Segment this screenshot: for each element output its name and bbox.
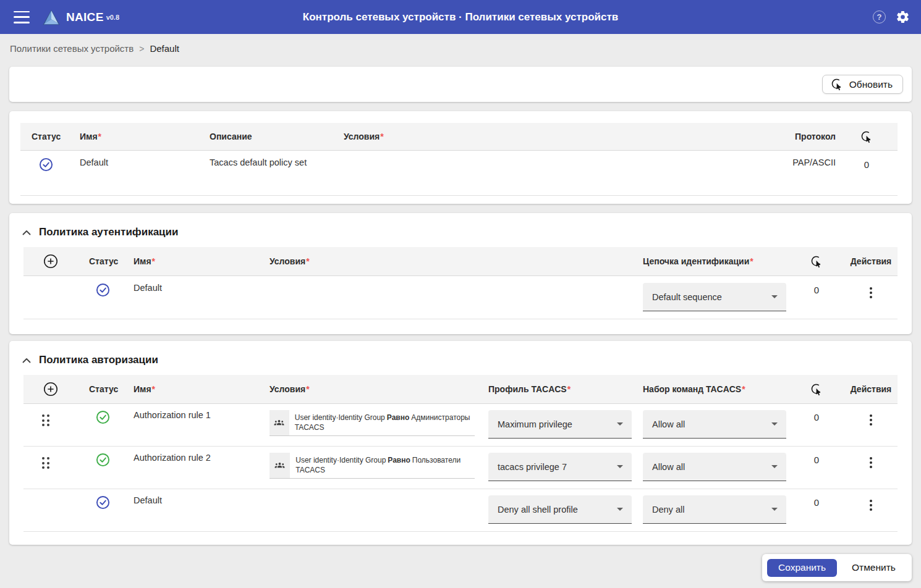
tacacs-command-set-select[interactable]: Allow all: [643, 410, 786, 439]
app-brand: NAICE v0.8: [42, 9, 119, 26]
required-asterisk: *: [380, 132, 383, 141]
status-check-icon: [96, 453, 110, 467]
column-status: Статус: [20, 123, 71, 150]
policy-set-table: Статус Имя* Описание Условия* Протокол D…: [20, 123, 898, 196]
condition-chip[interactable]: User identity·Identity GroupРавноАдминис…: [270, 410, 475, 436]
column-conditions: Условия*: [263, 247, 634, 275]
chevron-down-icon: [617, 422, 623, 426]
authorization-rule-name: Authorization rule 2: [127, 453, 263, 489]
identity-group-icon: [270, 410, 289, 435]
chevron-up-icon: [22, 230, 31, 235]
condition-chip[interactable]: User identity·Identity GroupРавноПользов…: [270, 453, 475, 479]
authentication-policy-card: Политика аутентификации Статус Имя* Усло…: [9, 213, 912, 334]
tacacs-profile-select[interactable]: Maximum privilege: [488, 410, 632, 439]
plus-circle-icon: [43, 382, 58, 397]
breadcrumb-parent-link[interactable]: Политики сетевых устройств: [10, 43, 134, 54]
add-authorization-rule-button[interactable]: [43, 382, 58, 397]
toolbar-card: Обновить: [9, 67, 912, 102]
row-actions-button[interactable]: [865, 411, 877, 429]
chevron-down-icon: [771, 465, 778, 468]
status-check-icon: [96, 283, 110, 297]
column-conditions: Условия*: [335, 123, 724, 150]
tacacs-profile-select[interactable]: tacacs privilege 7: [488, 453, 632, 481]
chevron-down-icon: [617, 465, 623, 468]
required-asterisk: *: [98, 132, 101, 141]
collapse-authentication-button[interactable]: [22, 230, 31, 235]
settings-button[interactable]: [896, 10, 910, 24]
rule-hits: 0: [789, 453, 844, 489]
rule-hits: 0: [789, 283, 844, 319]
breadcrumb-current: Default: [150, 43, 179, 54]
app-header: NAICE v0.8 Контроль сетевых устройств · …: [0, 0, 921, 34]
column-name: Имя*: [127, 247, 263, 275]
help-button[interactable]: ?: [873, 10, 886, 23]
authorization-rule-name: Authorization rule 1: [127, 410, 263, 446]
hits-column-icon: [810, 383, 823, 396]
drag-handle[interactable]: [40, 455, 52, 471]
chevron-down-icon: [771, 508, 778, 511]
brand-version: v0.8: [106, 14, 119, 21]
authentication-section-title: Политика аутентификации: [39, 226, 178, 238]
authorization-table-header: Статус Имя* Условия* Профиль TACACS* Наб…: [23, 375, 898, 404]
authentication-table-header: Статус Имя* Условия* Цепочка идентификац…: [23, 247, 898, 276]
page-title: Контроль сетевых устройств · Политики се…: [0, 11, 921, 23]
column-conditions: Условия*: [263, 375, 480, 403]
tacacs-command-set-select[interactable]: Deny all: [643, 495, 786, 524]
refresh-button[interactable]: Обновить: [822, 75, 903, 94]
tacacs-command-set-select[interactable]: Allow all: [643, 453, 786, 481]
policy-set-description: Tacacs default policy set: [201, 158, 335, 195]
row-actions-button[interactable]: [865, 497, 877, 514]
authentication-row: Default Default sequence 0: [23, 276, 898, 319]
brand-name: NAICE: [66, 10, 104, 24]
app-logo-icon: [42, 9, 61, 26]
breadcrumb-separator: >: [139, 44, 144, 54]
column-protocol: Протокол: [724, 123, 836, 150]
row-actions-button[interactable]: [865, 454, 877, 471]
save-button[interactable]: Сохранить: [767, 559, 837, 577]
authorization-row-default: Default Deny all shell profile Deny all …: [23, 489, 898, 532]
condition-text: User identity·Identity GroupРавноАдминис…: [289, 410, 475, 435]
refresh-button-label: Обновить: [849, 79, 893, 90]
hits-column-icon: [810, 255, 823, 268]
authentication-rule-name: Default: [127, 283, 263, 319]
authorization-table: Статус Имя* Условия* Профиль TACACS* Наб…: [23, 375, 898, 532]
identity-chain-value: Default sequence: [652, 292, 722, 302]
authentication-table: Статус Имя* Условия* Цепочка идентификац…: [23, 247, 898, 319]
column-tacacs-profile: Профиль TACACS*: [480, 375, 634, 403]
identity-chain-select[interactable]: Default sequence: [643, 283, 786, 311]
status-check-icon: [96, 410, 110, 424]
chevron-down-icon: [771, 295, 778, 298]
cancel-button[interactable]: Отменить: [841, 562, 906, 573]
tacacs-profile-select[interactable]: Deny all shell profile: [488, 495, 632, 524]
condition-text: User identity·Identity GroupРавноПользов…: [290, 453, 475, 478]
rule-hits: 0: [789, 410, 844, 446]
policy-set-table-header: Статус Имя* Описание Условия* Протокол: [20, 123, 898, 151]
rule-hits: 0: [789, 495, 844, 531]
breadcrumb: Политики сетевых устройств > Default: [10, 43, 179, 54]
row-actions-button[interactable]: [865, 284, 877, 301]
authorization-row: Authorization rule 1 User identity·Ident…: [23, 404, 898, 447]
column-status: Статус: [78, 375, 127, 403]
column-hits: [789, 375, 844, 403]
add-authentication-rule-button[interactable]: [43, 254, 58, 269]
policy-set-row: Default Tacacs default policy set PAP/AS…: [20, 151, 898, 196]
column-hits: [789, 247, 844, 275]
drag-handle[interactable]: [40, 412, 52, 429]
column-actions: Действия: [844, 247, 898, 275]
collapse-authorization-button[interactable]: [22, 358, 31, 363]
refresh-hits-icon: [831, 78, 844, 91]
column-actions: Действия: [844, 375, 898, 403]
authorization-row: Authorization rule 2 User identity·Ident…: [23, 447, 898, 489]
help-icon: ?: [877, 12, 882, 22]
hamburger-menu-button[interactable]: [14, 11, 31, 23]
hits-column-icon: [860, 130, 873, 143]
footer-actions: Сохранить Отменить: [762, 554, 912, 581]
plus-circle-icon: [43, 254, 58, 269]
policy-set-protocol: PAP/ASCII: [724, 158, 836, 195]
gear-icon: [896, 10, 910, 24]
column-name: Имя*: [71, 123, 201, 150]
status-check-icon: [96, 495, 110, 510]
chevron-down-icon: [617, 508, 623, 511]
column-tacacs-command-set: Набор команд TACACS*: [634, 375, 789, 403]
column-hits: [836, 123, 898, 150]
